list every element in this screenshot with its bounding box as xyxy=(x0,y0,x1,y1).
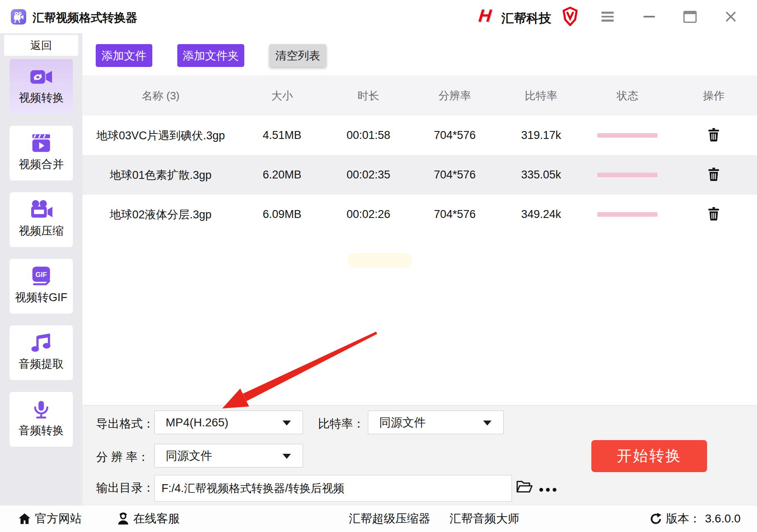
chevron-down-icon xyxy=(283,421,291,426)
table-header-cell: 时长 xyxy=(325,76,412,116)
home-icon xyxy=(18,513,31,525)
table-row[interactable]: 地球01色素扩散.3gp 6.20MB 00:02:35 704*576 335… xyxy=(82,155,757,195)
add-file-button[interactable]: 添加文件 xyxy=(96,44,152,67)
sidebar-item-label: 视频转换 xyxy=(19,90,64,105)
version-value: 3.6.0.0 xyxy=(705,512,741,525)
video-merge-icon xyxy=(29,133,53,154)
video-convert-icon xyxy=(28,66,54,88)
sidebar-item-label: 音频转换 xyxy=(19,423,64,438)
resolution-value: 同源文件 xyxy=(166,448,212,464)
table-header-cell: 分辨率 xyxy=(412,76,498,116)
sidebar-item-video-compress[interactable]: 视频压缩 xyxy=(10,192,73,247)
app-window: 汇帮视频格式转换器 H 汇帮科技 返回 xyxy=(0,0,757,532)
export-format-select[interactable]: MP4(H.265) xyxy=(154,411,303,434)
menu-icon[interactable] xyxy=(596,0,619,33)
sidebar-item-audio-extract[interactable]: 音频提取 xyxy=(10,325,73,380)
file-duration-cell: 00:01:58 xyxy=(325,116,412,155)
table-header-cell: 名称 (3) xyxy=(82,76,239,116)
customer-service-icon xyxy=(117,512,129,525)
svg-text:GIF: GIF xyxy=(35,271,47,278)
file-size-cell: 4.51MB xyxy=(239,116,325,155)
resolution-label: 分 辨 率： xyxy=(96,449,149,465)
statusbar: 官方网站 在线客服 汇帮超级压缩器 汇帮音频大师 版本：3.6.0.0 xyxy=(0,505,757,532)
app-logo-icon xyxy=(11,9,26,25)
chevron-down-icon xyxy=(483,421,491,426)
table-header-cell: 大小 xyxy=(239,76,325,116)
minimize-icon[interactable] xyxy=(638,0,661,33)
brand-name: 汇帮科技 xyxy=(501,10,551,27)
back-button[interactable]: 返回 xyxy=(4,35,78,56)
file-size-cell: 6.20MB xyxy=(239,155,325,195)
status-cell xyxy=(584,116,670,155)
export-format-label: 导出格式： xyxy=(96,416,154,432)
status-cell xyxy=(584,195,670,234)
sidebar-item-label: 音频提取 xyxy=(19,356,64,371)
refresh-icon xyxy=(649,512,662,525)
file-bitrate-cell: 349.24k xyxy=(498,195,584,234)
bitrate-label: 比特率： xyxy=(318,416,365,432)
add-folder-button[interactable]: 添加文件夹 xyxy=(177,44,244,67)
vip-badge-icon[interactable] xyxy=(563,7,578,27)
output-dir-input[interactable] xyxy=(154,475,512,502)
delete-file-button[interactable] xyxy=(706,166,721,184)
sidebar-item-video-to-gif[interactable]: GIF 视频转GIF xyxy=(10,259,73,314)
action-cell xyxy=(670,155,757,195)
file-bitrate-cell: 319.17k xyxy=(498,116,584,155)
resolution-select[interactable]: 同源文件 xyxy=(154,444,303,468)
table-header-cell: 操作 xyxy=(670,76,757,116)
file-table: 名称 (3) 大小 时长 分辨率 比特率 状态 操作 地球03VC片遇到碘伏.3… xyxy=(82,76,757,234)
more-options-icon[interactable] xyxy=(537,485,559,494)
audio-master-link[interactable]: 汇帮音频大师 xyxy=(449,505,519,532)
bitrate-select[interactable]: 同源文件 xyxy=(368,411,504,434)
version-label: 版本： xyxy=(666,511,701,527)
sidebar-item-video-merge[interactable]: 视频合并 xyxy=(10,126,73,181)
table-header-cell: 比特率 xyxy=(498,76,584,116)
online-support-link[interactable]: 在线客服 xyxy=(117,505,180,532)
sidebar: 返回 视频转换 xyxy=(0,33,82,505)
start-convert-button[interactable]: 开始转换 xyxy=(591,440,707,472)
file-size-cell: 6.09MB xyxy=(239,195,325,234)
table-row[interactable]: 地球02液体分层.3gp 6.09MB 00:02:26 704*576 349… xyxy=(82,195,757,234)
main-content: 添加文件 添加文件夹 清空列表 名称 (3) 大小 时长 分辨率 比特率 状态 … xyxy=(82,33,757,505)
brand-logo-icon: H xyxy=(477,6,499,27)
file-duration-cell: 00:02:35 xyxy=(325,155,412,195)
action-cell xyxy=(670,116,757,155)
delete-file-button[interactable] xyxy=(706,126,721,144)
version-info[interactable]: 版本：3.6.0.0 xyxy=(649,505,741,532)
clear-list-button[interactable]: 清空列表 xyxy=(269,44,326,67)
file-name-cell: 地球03VC片遇到碘伏.3gp xyxy=(82,116,239,155)
sidebar-item-video-convert[interactable]: 视频转换 xyxy=(10,59,73,114)
audio-extract-icon xyxy=(29,332,53,354)
audio-convert-icon xyxy=(30,399,52,421)
output-dir-label: 输出目录： xyxy=(96,480,154,496)
progress-bar xyxy=(597,133,658,138)
file-resolution-cell: 704*576 xyxy=(412,195,498,234)
progress-bar xyxy=(597,212,658,217)
super-compressor-link[interactable]: 汇帮超级压缩器 xyxy=(349,505,430,532)
sidebar-item-audio-convert[interactable]: 音频转换 xyxy=(10,392,73,447)
video-compress-icon xyxy=(28,199,54,221)
settings-panel: 导出格式： MP4(H.265) 比特率： 同源文件 分 辨 率： 同源文件 输… xyxy=(82,405,757,505)
action-cell xyxy=(670,195,757,234)
status-cell xyxy=(584,155,670,195)
maximize-icon[interactable] xyxy=(678,0,702,33)
file-name-cell: 地球01色素扩散.3gp xyxy=(82,155,239,195)
file-resolution-cell: 704*576 xyxy=(412,155,498,195)
sidebar-item-label: 视频转GIF xyxy=(15,290,67,305)
export-format-value: MP4(H.265) xyxy=(166,416,228,429)
file-bitrate-cell: 335.05k xyxy=(498,155,584,195)
table-header-cell: 状态 xyxy=(584,76,670,116)
delete-file-button[interactable] xyxy=(706,205,721,223)
file-name-cell: 地球02液体分层.3gp xyxy=(82,195,239,234)
bitrate-value: 同源文件 xyxy=(379,415,426,431)
open-folder-icon[interactable] xyxy=(515,479,533,496)
app-title: 汇帮视频格式转换器 xyxy=(32,10,137,26)
table-row[interactable]: 地球03VC片遇到碘伏.3gp 4.51MB 00:01:58 704*576 … xyxy=(82,116,757,155)
official-website-link[interactable]: 官方网站 xyxy=(18,505,82,532)
chevron-down-icon xyxy=(283,454,291,459)
video-to-gif-icon: GIF xyxy=(29,266,53,287)
faint-watermark xyxy=(347,253,412,268)
close-icon[interactable] xyxy=(719,0,742,33)
sidebar-item-label: 视频压缩 xyxy=(19,223,64,238)
sidebar-item-label: 视频合并 xyxy=(19,157,64,172)
